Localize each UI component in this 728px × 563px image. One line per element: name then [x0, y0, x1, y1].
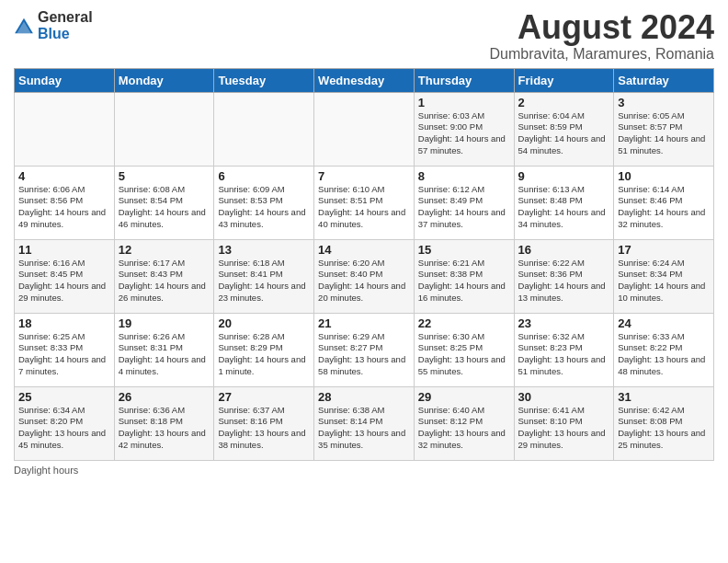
calendar-cell: 2Sunrise: 6:04 AM Sunset: 8:59 PM Daylig… — [514, 92, 614, 166]
calendar-cell: 27Sunrise: 6:37 AM Sunset: 8:16 PM Dayli… — [214, 386, 314, 460]
calendar-cell — [114, 92, 214, 166]
day-info: Sunrise: 6:17 AM Sunset: 8:43 PM Dayligh… — [119, 258, 210, 304]
calendar-header-row: SundayMondayTuesdayWednesdayThursdayFrid… — [15, 68, 714, 92]
calendar-cell: 17Sunrise: 6:24 AM Sunset: 8:34 PM Dayli… — [614, 239, 714, 313]
day-info: Sunrise: 6:24 AM Sunset: 8:34 PM Dayligh… — [618, 258, 710, 304]
calendar-cell: 13Sunrise: 6:18 AM Sunset: 8:41 PM Dayli… — [214, 239, 314, 313]
calendar-cell: 22Sunrise: 6:30 AM Sunset: 8:25 PM Dayli… — [414, 313, 514, 386]
title-area: August 2024 Dumbravita, Maramures, Roman… — [489, 9, 714, 63]
calendar-week-row: 18Sunrise: 6:25 AM Sunset: 8:33 PM Dayli… — [15, 313, 714, 386]
day-info: Sunrise: 6:13 AM Sunset: 8:48 PM Dayligh… — [518, 184, 610, 231]
day-number: 24 — [618, 316, 710, 330]
day-info: Sunrise: 6:14 AM Sunset: 8:46 PM Dayligh… — [618, 184, 710, 231]
calendar-table: SundayMondayTuesdayWednesdayThursdayFrid… — [14, 68, 714, 461]
day-info: Sunrise: 6:28 AM Sunset: 8:29 PM Dayligh… — [218, 331, 310, 378]
day-number: 18 — [18, 316, 110, 330]
day-info: Sunrise: 6:38 AM Sunset: 8:14 PM Dayligh… — [318, 405, 410, 452]
day-number: 7 — [318, 169, 410, 183]
day-info: Sunrise: 6:05 AM Sunset: 8:57 PM Dayligh… — [618, 110, 710, 157]
weekday-header-tuesday: Tuesday — [214, 68, 314, 92]
day-info: Sunrise: 6:21 AM Sunset: 8:38 PM Dayligh… — [418, 258, 510, 304]
day-info: Sunrise: 6:29 AM Sunset: 8:27 PM Dayligh… — [318, 331, 410, 378]
day-number: 28 — [318, 390, 410, 404]
day-number: 16 — [518, 243, 610, 257]
day-info: Sunrise: 6:18 AM Sunset: 8:41 PM Dayligh… — [218, 258, 310, 304]
calendar-cell: 14Sunrise: 6:20 AM Sunset: 8:40 PM Dayli… — [314, 239, 415, 313]
calendar-cell: 15Sunrise: 6:21 AM Sunset: 8:38 PM Dayli… — [414, 239, 514, 313]
calendar-week-row: 25Sunrise: 6:34 AM Sunset: 8:20 PM Dayli… — [15, 386, 714, 460]
calendar-cell: 6Sunrise: 6:09 AM Sunset: 8:53 PM Daylig… — [214, 166, 314, 239]
day-info: Sunrise: 6:26 AM Sunset: 8:31 PM Dayligh… — [119, 331, 210, 378]
calendar-cell: 21Sunrise: 6:29 AM Sunset: 8:27 PM Dayli… — [314, 313, 415, 386]
calendar-cell: 23Sunrise: 6:32 AM Sunset: 8:23 PM Dayli… — [514, 313, 614, 386]
day-info: Sunrise: 6:03 AM Sunset: 9:00 PM Dayligh… — [418, 110, 510, 157]
logo-general: General — [38, 9, 93, 25]
calendar-cell: 9Sunrise: 6:13 AM Sunset: 8:48 PM Daylig… — [514, 166, 614, 239]
day-number: 17 — [618, 243, 710, 257]
day-info: Sunrise: 6:32 AM Sunset: 8:23 PM Dayligh… — [518, 331, 610, 378]
calendar-week-row: 1Sunrise: 6:03 AM Sunset: 9:00 PM Daylig… — [15, 92, 714, 166]
calendar-cell: 28Sunrise: 6:38 AM Sunset: 8:14 PM Dayli… — [314, 386, 415, 460]
day-info: Sunrise: 6:25 AM Sunset: 8:33 PM Dayligh… — [18, 331, 110, 378]
day-info: Sunrise: 6:08 AM Sunset: 8:54 PM Dayligh… — [119, 184, 210, 231]
calendar-cell: 30Sunrise: 6:41 AM Sunset: 8:10 PM Dayli… — [514, 386, 614, 460]
day-info: Sunrise: 6:33 AM Sunset: 8:22 PM Dayligh… — [618, 331, 710, 378]
day-info: Sunrise: 6:12 AM Sunset: 8:49 PM Dayligh… — [418, 184, 510, 231]
day-number: 23 — [518, 316, 610, 330]
calendar-cell: 8Sunrise: 6:12 AM Sunset: 8:49 PM Daylig… — [414, 166, 514, 239]
calendar-cell: 16Sunrise: 6:22 AM Sunset: 8:36 PM Dayli… — [514, 239, 614, 313]
logo-icon — [14, 16, 34, 36]
calendar-cell: 18Sunrise: 6:25 AM Sunset: 8:33 PM Dayli… — [15, 313, 115, 386]
calendar-cell: 5Sunrise: 6:08 AM Sunset: 8:54 PM Daylig… — [114, 166, 214, 239]
day-number: 31 — [618, 390, 710, 404]
calendar-cell: 29Sunrise: 6:40 AM Sunset: 8:12 PM Dayli… — [414, 386, 514, 460]
day-number: 3 — [618, 96, 710, 109]
day-number: 9 — [518, 169, 610, 183]
logo-blue: Blue — [38, 26, 70, 41]
logo-text: General Blue — [38, 9, 93, 42]
day-number: 13 — [218, 243, 310, 257]
calendar-cell: 24Sunrise: 6:33 AM Sunset: 8:22 PM Dayli… — [614, 313, 714, 386]
day-number: 19 — [119, 316, 210, 330]
day-info: Sunrise: 6:09 AM Sunset: 8:53 PM Dayligh… — [218, 184, 310, 231]
calendar-cell — [214, 92, 314, 166]
calendar-cell: 3Sunrise: 6:05 AM Sunset: 8:57 PM Daylig… — [614, 92, 714, 166]
day-info: Sunrise: 6:34 AM Sunset: 8:20 PM Dayligh… — [18, 405, 110, 452]
calendar-cell — [314, 92, 415, 166]
day-number: 14 — [318, 243, 410, 257]
day-info: Sunrise: 6:40 AM Sunset: 8:12 PM Dayligh… — [418, 405, 510, 452]
weekday-header-wednesday: Wednesday — [314, 68, 415, 92]
calendar-cell: 7Sunrise: 6:10 AM Sunset: 8:51 PM Daylig… — [314, 166, 415, 239]
day-number: 25 — [18, 390, 110, 404]
day-number: 22 — [418, 316, 510, 330]
calendar-cell: 4Sunrise: 6:06 AM Sunset: 8:56 PM Daylig… — [15, 166, 115, 239]
day-info: Sunrise: 6:36 AM Sunset: 8:18 PM Dayligh… — [119, 405, 210, 452]
day-info: Sunrise: 6:16 AM Sunset: 8:45 PM Dayligh… — [18, 258, 110, 304]
day-number: 1 — [418, 96, 510, 109]
day-number: 30 — [518, 390, 610, 404]
calendar-cell: 19Sunrise: 6:26 AM Sunset: 8:31 PM Dayli… — [114, 313, 214, 386]
day-number: 11 — [18, 243, 110, 257]
calendar-cell: 26Sunrise: 6:36 AM Sunset: 8:18 PM Dayli… — [114, 386, 214, 460]
day-number: 4 — [18, 169, 110, 183]
day-info: Sunrise: 6:42 AM Sunset: 8:08 PM Dayligh… — [618, 405, 710, 452]
day-number: 26 — [119, 390, 210, 404]
day-info: Sunrise: 6:06 AM Sunset: 8:56 PM Dayligh… — [18, 184, 110, 231]
calendar-cell: 25Sunrise: 6:34 AM Sunset: 8:20 PM Dayli… — [15, 386, 115, 460]
calendar-cell: 10Sunrise: 6:14 AM Sunset: 8:46 PM Dayli… — [614, 166, 714, 239]
day-number: 15 — [418, 243, 510, 257]
day-info: Sunrise: 6:20 AM Sunset: 8:40 PM Dayligh… — [318, 258, 410, 304]
day-number: 27 — [218, 390, 310, 404]
day-info: Sunrise: 6:30 AM Sunset: 8:25 PM Dayligh… — [418, 331, 510, 378]
weekday-header-sunday: Sunday — [15, 68, 115, 92]
weekday-header-thursday: Thursday — [414, 68, 514, 92]
day-info: Sunrise: 6:04 AM Sunset: 8:59 PM Dayligh… — [518, 110, 610, 157]
day-info: Sunrise: 6:22 AM Sunset: 8:36 PM Dayligh… — [518, 258, 610, 304]
footer-note: Daylight hours — [14, 465, 714, 476]
logo: General Blue — [14, 9, 93, 42]
main-title: August 2024 — [489, 9, 714, 46]
calendar-cell: 1Sunrise: 6:03 AM Sunset: 9:00 PM Daylig… — [414, 92, 514, 166]
calendar-cell — [15, 92, 115, 166]
calendar-week-row: 11Sunrise: 6:16 AM Sunset: 8:45 PM Dayli… — [15, 239, 714, 313]
day-number: 21 — [318, 316, 410, 330]
